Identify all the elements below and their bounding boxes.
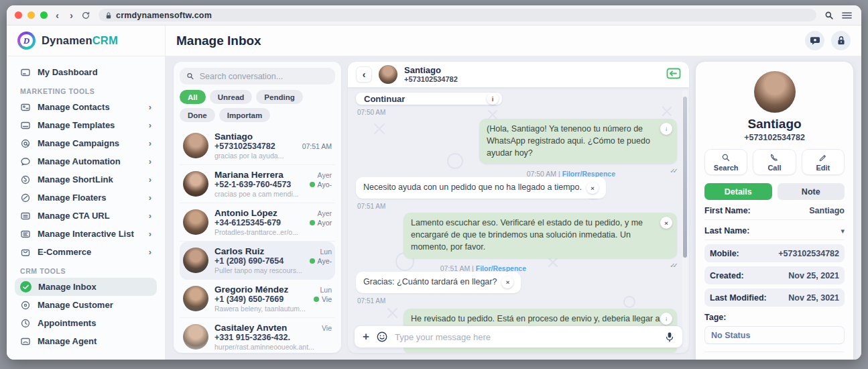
sidebar-item-manage-customer[interactable]: Manage Customer [15,296,157,314]
chat-contact-phone: +573102534782 [404,75,458,83]
edit-button[interactable]: Edit [802,149,845,175]
tab-note[interactable]: Note [778,183,845,200]
chat-panel: ‹ Santiago +573102534782 [348,62,689,353]
close-icon[interactable]: × [501,276,513,288]
chevron-right-icon: › [149,156,151,166]
call-button[interactable]: Call [753,149,796,175]
sidebar-item-shortlink[interactable]: Manage ShortLink › [15,170,157,189]
brand[interactable]: D DynamenCRM [7,25,166,56]
emoji-icon[interactable] [376,331,388,343]
browser-back-icon[interactable]: ‹ [53,10,62,20]
info-icon[interactable]: i [487,93,499,105]
minimize-window-button[interactable] [27,11,35,19]
sidebar-item-ecommerce[interactable]: E-Commerce › [15,243,157,261]
search-input[interactable] [200,72,328,81]
automation-icon [20,156,31,167]
security-button[interactable] [831,31,851,50]
sidebar-item-campaigns[interactable]: Manage Campaigns › [15,134,157,152]
filter-all[interactable]: All [180,90,206,104]
browser-search-icon[interactable] [824,11,834,20]
notifications-button[interactable] [805,31,824,50]
files-row[interactable]: Files: Links and docs 0 [704,352,845,360]
conversation-row-selected[interactable]: Carlos RuizLun +1 (208) 690-7654Aye- Pul… [180,242,335,280]
timestamp: 07:50 AM [357,109,676,116]
sidebar-item-floaters[interactable]: Manage Floaters › [15,189,157,207]
download-icon[interactable]: ↓ [660,123,672,135]
app-header: D DynamenCRM Manage Inbox [7,25,861,56]
read-receipt-icon: ✓✓ [670,262,676,269]
filter-unread[interactable]: Unread [210,90,253,104]
sidebar-item-appointments[interactable]: Appointments [15,314,157,332]
download-icon[interactable]: ↓ [660,313,672,325]
conversation-row[interactable]: Santiago +57310253478207:51 AM gracias p… [180,127,335,165]
filter-pending[interactable]: Pending [256,90,302,104]
sidebar-item-automation[interactable]: Manage Automation › [15,152,157,170]
avatar [183,209,208,235]
attach-icon[interactable]: + [363,330,369,344]
shortlink-icon [20,174,31,185]
contact-phone: +573102534782 [704,133,845,142]
section-crm-tools: CRM TOOLS [20,267,151,275]
browser-forward-icon[interactable]: › [67,10,76,20]
url-text: crmdynamensoftw.com [116,11,212,20]
chat-scrollbar-thumb[interactable] [683,97,687,258]
sidebar-item-dashboard[interactable]: My Dashboard [15,63,157,81]
sidebar-item-contacts[interactable]: Manage Contacts › [15,98,157,116]
close-icon[interactable]: × [660,217,672,229]
message-outgoing[interactable]: Lamento escuchar eso. Verificaré el esta… [404,213,677,258]
back-button[interactable]: ‹ [356,66,372,83]
response-link[interactable]: Filor/Respence [476,264,526,272]
message-outgoing[interactable]: (Hola, Santiago! Ya tenenoo tu número de… [479,119,677,164]
conversation-row[interactable]: Casitaley AnvtenVie +331 915-3236-432. h… [180,318,335,353]
sidebar: My Dashboard MARKETING TOOLS Manage Cont… [7,56,166,360]
sidebar-item-manage-inbox[interactable]: Manage Inbox [15,278,157,296]
page-title: Manage Inbox [176,34,261,48]
browser-chrome: ‹ › crmdynamensoftw.com [7,5,861,25]
field-created: Created: Nov 25, 2021 [704,266,845,284]
expand-panel-button[interactable] [666,68,681,82]
phone-icon [769,153,779,162]
message-composer: + [355,326,682,348]
close-window-button[interactable] [15,11,22,19]
field-first-name: First Name: Santiago [704,202,845,220]
status-dot [310,258,315,264]
templates-icon [20,120,31,131]
sidebar-item-cta-url[interactable]: Manage CTA URL › [15,207,157,225]
conversation-row[interactable]: Gregorio MéndezLun +1 (349) 650-7669Vie … [180,280,335,318]
sidebar-item-templates[interactable]: Manage Templates › [15,116,157,134]
status-dot [310,220,315,225]
reload-icon[interactable] [81,11,90,20]
avatar [183,324,208,350]
avatar [183,171,208,197]
sidebar-item-interactive-list[interactable]: Manage Interactive List › [15,225,157,243]
tab-details[interactable]: Details [704,183,772,200]
sidebar-item-manage-agent[interactable]: Manage Agent [15,332,157,350]
search-button[interactable]: Search [704,149,747,175]
conversation-search[interactable] [180,68,335,85]
search-icon [721,153,731,162]
filter-chips: All Unread Pending Done Importam [180,90,335,122]
message-incoming[interactable]: Gracias: ¿Cuánto tardará en llegar? × [356,272,521,293]
continue-chip[interactable]: Continuar i [356,93,502,105]
conversation-row[interactable]: Mariana HerreraAyer +52-1-639-760-4573Ay… [180,165,335,203]
caret-down-icon[interactable]: ▾ [841,227,845,235]
chevron-right-icon: › [149,120,151,130]
message-incoming[interactable]: Necesito ayuda con un pedido que no ha l… [356,177,606,199]
agent-icon [20,336,31,347]
zoom-window-button[interactable] [40,11,48,19]
microphone-icon[interactable] [665,331,674,343]
message-input[interactable] [395,332,658,342]
url-bar[interactable]: crmdynamensoftw.com [99,9,816,21]
conversation-row[interactable]: Antonio LópezAyer +34-6125345-679Ayor Pr… [180,203,335,242]
read-receipt-icon: ✓✓ [670,167,676,174]
filter-important[interactable]: Importam [219,108,270,122]
browser-menu-icon[interactable] [842,11,852,19]
field-mobile: Mobile: +573102534782 [704,244,845,262]
message-meta: 07:51 AM | Filor/Respence ✓✓ [356,262,677,270]
chat-header: ‹ Santiago +573102534782 [348,62,689,87]
filter-done[interactable]: Done [180,108,215,122]
avatar [183,248,208,273]
status-select[interactable]: No Status [704,326,845,344]
field-last-name[interactable]: Last Name: ▾ [704,222,845,240]
close-icon[interactable]: × [586,182,599,194]
